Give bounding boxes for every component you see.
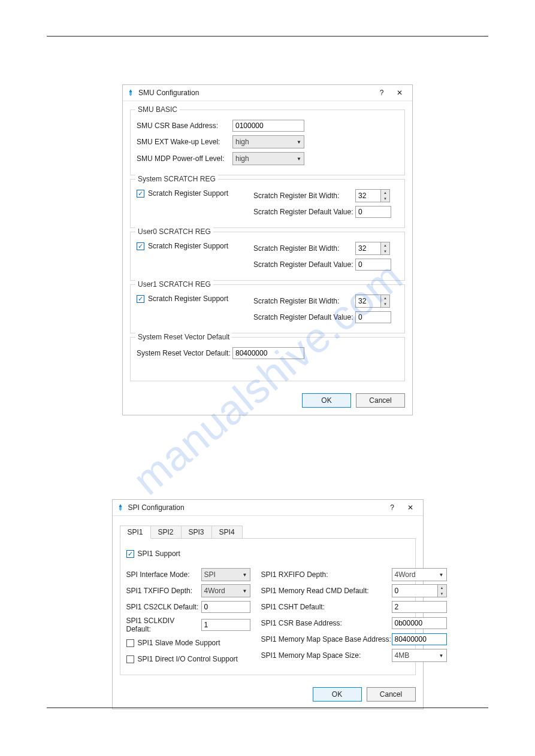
spi-titlebar: SPI Configuration ? ✕: [113, 500, 423, 516]
app-icon: [126, 89, 135, 97]
label-cs2clk: SPI1 CS2CLK Default:: [126, 603, 201, 611]
group-user0-scratch: User0 SCRATCH REG ✓ Scratch Register Sup…: [130, 232, 405, 281]
spi-tabs: SPI1 SPI2 SPI3 SPI4: [120, 526, 416, 539]
ok-button-label: OK: [321, 396, 331, 405]
smu-config-dialog: SMU Configuration ? ✕ SMU BASIC SMU CSR …: [122, 84, 413, 415]
close-button[interactable]: ✕: [391, 86, 409, 100]
spi-config-dialog: SPI Configuration ? ✕ SPI1 SPI2 SPI3 SPI…: [112, 499, 424, 709]
chevron-up-icon[interactable]: ▲: [381, 295, 389, 301]
spin-user0-bitwidth[interactable]: ▲▼: [355, 242, 390, 255]
chevron-down-icon: ▼: [297, 156, 301, 162]
tab-spi4[interactable]: SPI4: [211, 526, 243, 538]
label-sys-bitwidth: Scratch Register Bit Width:: [253, 192, 355, 200]
group-reset-vector: System Reset Vector Default System Reset…: [130, 337, 405, 381]
legend-user0-scratch: User0 SCRATCH REG: [135, 227, 213, 236]
select-mdp-poweroff[interactable]: high ▼: [232, 152, 304, 165]
page-bottom-rule: [47, 708, 488, 708]
spin-user1-bitwidth[interactable]: ▲▼: [355, 294, 390, 308]
select-if-mode[interactable]: SPI ▼: [201, 568, 250, 581]
input-user1-default[interactable]: [355, 311, 391, 323]
checkbox-sys-scratch-support[interactable]: ✓: [137, 190, 144, 198]
tab-spi3[interactable]: SPI3: [181, 526, 212, 538]
input-mmbase[interactable]: [392, 633, 447, 645]
spin-user1-bitwidth-value[interactable]: [355, 294, 380, 308]
spi-title: SPI Configuration: [128, 503, 383, 512]
select-ext-wakeup-value: high: [235, 138, 249, 146]
spin-sys-bitwidth-value[interactable]: [355, 189, 380, 202]
chevron-down-icon[interactable]: ▼: [381, 196, 389, 202]
label-reset-vector: System Reset Vector Default:: [137, 349, 232, 357]
spin-memrd-value[interactable]: [392, 584, 437, 597]
close-button[interactable]: ✕: [401, 500, 419, 515]
input-sclkdiv[interactable]: [201, 619, 250, 631]
cancel-button-label: Cancel: [369, 396, 391, 405]
help-button[interactable]: ?: [383, 500, 401, 515]
chevron-up-icon[interactable]: ▲: [438, 585, 446, 591]
chevron-down-icon: ▼: [243, 572, 247, 578]
select-rxfifo-value: 4Word: [395, 570, 416, 579]
input-sys-default[interactable]: [355, 206, 391, 218]
cancel-button[interactable]: Cancel: [356, 393, 405, 408]
select-mdp-poweroff-value: high: [235, 154, 249, 163]
label-mdp-poweroff: SMU MDP Power-off Level:: [137, 154, 232, 163]
spin-user0-bitwidth-value[interactable]: [355, 242, 380, 255]
label-memrd: SPI1 Memory Read CMD Default:: [261, 587, 392, 595]
checkbox-user1-scratch-support[interactable]: ✓: [137, 295, 144, 303]
smu-titlebar: SMU Configuration ? ✕: [123, 85, 412, 101]
smu-title: SMU Configuration: [138, 89, 373, 97]
select-if-mode-value: SPI: [204, 570, 216, 579]
label-sys-default: Scratch Register Default Value:: [253, 208, 355, 216]
tab-spi2[interactable]: SPI2: [150, 526, 182, 538]
legend-user1-scratch: User1 SCRATCH REG: [135, 280, 213, 289]
chevron-down-icon: ▼: [297, 139, 301, 145]
label-user0-scratch-support: Scratch Register Support: [148, 242, 228, 250]
question-icon: ?: [380, 89, 384, 97]
ok-button[interactable]: OK: [313, 687, 362, 702]
input-csr-addr[interactable]: [232, 120, 304, 132]
group-user1-scratch: User1 SCRATCH REG ✓ Scratch Register Sup…: [130, 284, 405, 333]
select-ext-wakeup[interactable]: high ▼: [232, 135, 304, 148]
label-txfifo: SPI1 TXFIFO Depth:: [126, 587, 201, 595]
chevron-up-icon[interactable]: ▲: [381, 190, 389, 196]
question-icon: ?: [390, 503, 394, 512]
checkbox-user0-scratch-support[interactable]: ✓: [137, 242, 144, 250]
chevron-down-icon[interactable]: ▼: [438, 591, 446, 597]
legend-smu-basic: SMU BASIC: [135, 105, 180, 114]
input-user0-default[interactable]: [355, 259, 391, 271]
label-sclkdiv: SPI1 SCLKDIV Default:: [126, 617, 201, 633]
label-direct-io: SPI1 Direct I/O Control Support: [138, 655, 238, 663]
spin-memrd[interactable]: ▲▼: [392, 584, 447, 597]
label-mmbase: SPI1 Memory Map Space Base Address:: [261, 635, 392, 643]
label-spi1-support: SPI1 Support: [138, 549, 180, 558]
input-csr[interactable]: [392, 617, 447, 629]
chevron-up-icon[interactable]: ▲: [381, 242, 389, 248]
tab-spi1[interactable]: SPI1: [120, 526, 151, 539]
checkbox-slave-mode[interactable]: [126, 639, 134, 647]
select-mmsize[interactable]: 4MB ▼: [392, 649, 447, 662]
label-csr-addr: SMU CSR Base Address:: [137, 122, 232, 130]
ok-button[interactable]: OK: [302, 393, 351, 408]
legend-reset-vector: System Reset Vector Default: [135, 333, 232, 341]
close-icon: ✕: [407, 503, 413, 512]
select-txfifo-value: 4Word: [204, 587, 225, 595]
input-cs2clk[interactable]: [201, 601, 250, 613]
group-sys-scratch: System SCRATCH REG ✓ Scratch Register Su…: [130, 179, 405, 228]
input-csht[interactable]: [392, 601, 447, 613]
cancel-button[interactable]: Cancel: [367, 687, 416, 702]
select-mmsize-value: 4MB: [395, 651, 410, 660]
checkbox-spi1-support[interactable]: ✓: [126, 550, 134, 558]
select-txfifo[interactable]: 4Word ▼: [201, 584, 250, 597]
chevron-down-icon: ▼: [243, 588, 247, 594]
select-rxfifo[interactable]: 4Word ▼: [392, 568, 447, 581]
chevron-down-icon[interactable]: ▼: [381, 301, 389, 307]
chevron-down-icon[interactable]: ▼: [381, 248, 389, 254]
input-reset-vector[interactable]: [232, 347, 304, 359]
spin-sys-bitwidth[interactable]: ▲▼: [355, 189, 390, 202]
label-mmsize: SPI1 Memory Map Space Size:: [261, 651, 392, 660]
label-if-mode: SPI Interface Mode:: [126, 570, 201, 579]
checkbox-direct-io[interactable]: [126, 655, 134, 663]
label-user0-default: Scratch Register Default Value:: [253, 260, 355, 269]
help-button[interactable]: ?: [373, 86, 391, 100]
ok-button-label: OK: [332, 690, 342, 699]
label-slave-mode: SPI1 Slave Mode Support: [138, 639, 220, 647]
